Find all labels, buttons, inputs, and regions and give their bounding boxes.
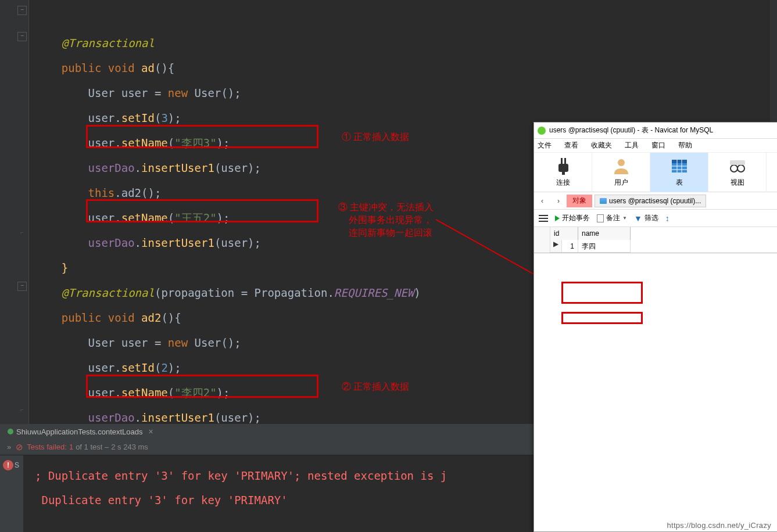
highlight-box-empty-row2: [561, 312, 643, 324]
tab-label: ShiuwuApplicationTests.contextLoads: [16, 427, 143, 436]
fold-marker[interactable]: −: [17, 6, 27, 15]
play-icon: [555, 215, 560, 221]
svg-rect-7: [672, 160, 687, 163]
annotation-3b: 外围事务出现异常，: [349, 214, 432, 227]
memo-icon: [597, 214, 604, 222]
tool-table[interactable]: 表: [650, 153, 708, 192]
run-tab[interactable]: ShiuwuApplicationTests.contextLoads ×: [3, 427, 158, 436]
grid-header: id name: [550, 227, 777, 240]
console-panel: ! S ; Duplicate entry '3' for key 'PRIMA…: [0, 455, 535, 532]
close-icon[interactable]: ×: [149, 427, 153, 436]
plug-icon: [554, 157, 572, 175]
tool-view[interactable]: 视图: [708, 153, 767, 192]
error-badge-icon: !: [3, 460, 13, 470]
col-id-header[interactable]: id: [550, 227, 578, 240]
highlight-box-empty-rows: [561, 282, 643, 304]
fold-end-marker: ⌐: [17, 229, 27, 239]
tool-user[interactable]: 用户: [592, 153, 650, 192]
menu-view[interactable]: 查看: [564, 141, 578, 150]
fold-marker[interactable]: −: [17, 32, 27, 41]
failed-count: 1: [69, 443, 73, 451]
menu-tools[interactable]: 工具: [625, 141, 639, 150]
status-dot-icon: [8, 429, 13, 434]
row-marker-icon: ▶: [550, 240, 562, 253]
hamburger-icon[interactable]: [539, 215, 548, 222]
menu-file[interactable]: 文件: [538, 141, 552, 150]
cell-id[interactable]: 1: [562, 240, 578, 253]
table-icon: [670, 157, 689, 175]
annotation-2: ② 正常插入数据: [342, 380, 409, 393]
navicat-action-row: 开始事务 备注 ▼ ▼ 筛选 ↕: [534, 210, 777, 227]
annotation-3c: 连同新事物一起回滚: [349, 227, 432, 239]
svg-point-5: [618, 159, 625, 166]
navicat-grid: id name ▶ 1 李四: [534, 227, 777, 253]
console-output[interactable]: ; Duplicate entry '3' for key 'PRIMARY';…: [35, 463, 447, 512]
grid-sidebar: [534, 227, 550, 253]
svg-point-13: [737, 165, 744, 172]
table-row[interactable]: ▶ 1 李四: [550, 240, 631, 253]
table-small-icon: [600, 198, 607, 204]
cell-name[interactable]: 李四: [578, 240, 631, 253]
menu-favorites[interactable]: 收藏夹: [591, 141, 612, 150]
navicat-tabs-row: ‹ › 对象 users @practisesql (cpuutil)...: [534, 192, 777, 210]
svg-point-12: [731, 165, 737, 172]
users-tab[interactable]: users @practisesql (cpuutil)...: [595, 195, 706, 207]
tool-connection[interactable]: 连接: [534, 153, 592, 192]
fold-marker[interactable]: −: [17, 282, 27, 291]
grid-body: ▶ 1 李四: [550, 240, 777, 253]
console-gutter: ! S: [0, 455, 23, 532]
s-label: S: [15, 461, 19, 469]
note-button[interactable]: 备注 ▼: [597, 213, 627, 223]
menu-help[interactable]: 帮助: [678, 141, 692, 150]
window-title: users @practisesql (cpuutil) - 表 - Navic…: [549, 125, 713, 135]
svg-rect-3: [558, 164, 568, 172]
tests-failed-label: Tests failed:: [27, 443, 67, 451]
col-name-header[interactable]: name: [578, 227, 631, 240]
navicat-window: users @practisesql (cpuutil) - 表 - Navic…: [533, 122, 777, 532]
error-icon: ⊘: [16, 442, 23, 452]
svg-rect-1: [561, 158, 563, 164]
user-icon: [612, 157, 631, 175]
annotation-3a: ③ 主键冲突，无法插入: [338, 201, 434, 214]
navicat-menubar: 文件 查看 收藏夹 工具 窗口 帮助: [534, 139, 777, 153]
filter-button[interactable]: ▼ 筛选: [634, 213, 658, 223]
filter-icon: ▼: [634, 214, 642, 223]
view-icon: [728, 157, 747, 175]
svg-rect-4: [562, 172, 565, 175]
navicat-titlebar[interactable]: users @practisesql (cpuutil) - 表 - Navic…: [534, 123, 777, 139]
annotation-1: ① 正常插入数据: [342, 131, 409, 143]
of-text: of 1 test –: [76, 443, 109, 451]
duration: 2 s 243 ms: [111, 443, 148, 451]
start-transaction-button[interactable]: 开始事务: [555, 213, 590, 223]
editor-gutter: − − ⌐ − ⌐: [0, 0, 29, 424]
object-tab[interactable]: 对象: [567, 195, 592, 207]
caret-right-icon[interactable]: ›: [550, 197, 567, 205]
sort-button[interactable]: ↕: [665, 214, 669, 223]
fold-end-marker: ⌐: [17, 407, 27, 416]
watermark: https://blog.csdn.net/y_iCrazy: [667, 521, 771, 530]
menu-window[interactable]: 窗口: [651, 141, 665, 150]
svg-rect-2: [564, 158, 566, 164]
navicat-app-icon: [538, 127, 546, 135]
caret-left-icon[interactable]: ‹: [534, 197, 550, 205]
navicat-toolbar: 连接 用户 表 视图: [534, 153, 777, 192]
svg-rect-15: [730, 160, 745, 165]
